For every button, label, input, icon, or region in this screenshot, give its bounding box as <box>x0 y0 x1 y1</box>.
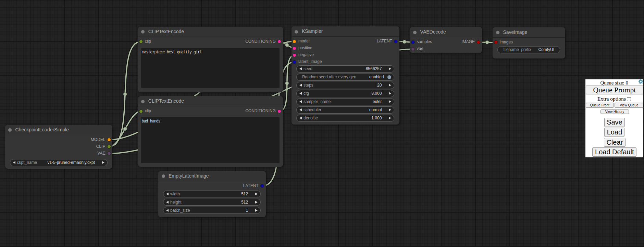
prompt-textarea[interactable] <box>141 117 280 163</box>
load-button[interactable]: Load <box>604 128 624 137</box>
node-checkpoint-loader[interactable]: CheckpointLoaderSimpleMODELCLIPVAEckpt_n… <box>5 125 113 169</box>
decrement-arrow-icon[interactable] <box>299 84 302 87</box>
widget-label: denoise <box>304 115 318 121</box>
increment-arrow-icon[interactable] <box>389 100 391 103</box>
node-collapse-dot-icon[interactable] <box>295 30 298 34</box>
widget-seed[interactable]: seed8566257 <box>296 65 395 73</box>
input-port-positive[interactable] <box>293 47 296 50</box>
input-port-latent_image[interactable] <box>293 60 296 64</box>
widget-filename_prefix[interactable]: filename_prefixComfyUI <box>497 46 560 53</box>
node-ksampler[interactable]: KSamplermodelpositivenegativelatent_imag… <box>292 26 399 125</box>
node-collapse-dot-icon[interactable] <box>162 174 165 178</box>
input-port-clip[interactable] <box>139 40 143 43</box>
widget-label: steps <box>304 82 313 89</box>
output-port-VAE[interactable] <box>107 152 111 155</box>
clear-button[interactable]: Clear <box>604 138 626 147</box>
output-label-CONDITIONING: CONDITIONING <box>245 108 276 113</box>
queue-front-button[interactable]: Queue Front <box>586 103 614 108</box>
node-collapse-dot-icon[interactable] <box>141 30 145 34</box>
decrement-arrow-icon[interactable] <box>299 92 302 95</box>
node-collapse-dot-icon[interactable] <box>141 100 145 103</box>
output-port-LATENT[interactable] <box>260 184 264 188</box>
widget-steps[interactable]: steps20 <box>296 82 395 89</box>
decrement-arrow-icon[interactable] <box>166 193 169 195</box>
input-port-images[interactable] <box>494 40 498 44</box>
decrement-arrow-icon[interactable] <box>299 100 302 103</box>
widget-random-seed-after-every-gen[interactable]: Random seed after every genenabled <box>296 74 395 81</box>
increment-arrow-icon[interactable] <box>389 67 391 70</box>
save-button[interactable]: Save <box>604 118 625 127</box>
widget-ckpt_name[interactable]: ckpt_namev1-5-pruned-emaonly.ckpt <box>10 159 108 166</box>
widget-cfg[interactable]: cfg8.000 <box>296 90 395 97</box>
node-title: SaveImage <box>503 27 527 37</box>
increment-arrow-icon[interactable] <box>255 193 258 195</box>
increment-arrow-icon[interactable] <box>389 84 391 87</box>
input-port-clip[interactable] <box>139 109 143 113</box>
widget-sampler_name[interactable]: sampler_nameeuler <box>296 98 395 105</box>
input-label-positive: positive <box>298 46 312 50</box>
widget-batch_size[interactable]: batch_size1 <box>163 207 261 214</box>
input-port-negative[interactable] <box>293 53 296 57</box>
decrement-arrow-icon[interactable] <box>13 161 15 164</box>
input-port-vae[interactable] <box>411 47 415 51</box>
widget-scheduler[interactable]: schedulernormal <box>296 106 395 114</box>
decrement-arrow-icon[interactable] <box>299 117 302 119</box>
increment-arrow-icon[interactable] <box>102 161 104 164</box>
node-title-bar[interactable]: CheckpointLoaderSimple <box>5 125 113 135</box>
node-empty-latent-image[interactable]: EmptyLatentImageLATENTwidth512height512b… <box>158 171 266 217</box>
link-ksampler-LATENT-to-vae-decode-samples-midpoint-dot[interactable] <box>403 40 406 43</box>
decrement-arrow-icon[interactable] <box>166 209 169 212</box>
link-checkpoint-loader-CLIP-to-clip-text-encode-positive-clip-midpoint-dot[interactable] <box>123 92 127 96</box>
increment-arrow-icon[interactable] <box>389 108 391 111</box>
widget-denoise[interactable]: denoise1.000 <box>296 115 395 122</box>
increment-arrow-icon[interactable] <box>255 201 258 204</box>
decrement-arrow-icon[interactable] <box>166 201 169 204</box>
settings-gear-button[interactable] <box>639 79 643 84</box>
node-collapse-dot-icon[interactable] <box>413 31 417 34</box>
input-label-images: images <box>499 40 513 44</box>
extra-options-checkbox[interactable] <box>627 97 631 102</box>
node-clip-text-encode-negative[interactable]: CLIPTextEncodeclipCONDITIONING <box>138 96 283 167</box>
output-port-CONDITIONING[interactable] <box>277 40 281 43</box>
prompt-textarea[interactable] <box>141 48 280 88</box>
output-port-LATENT[interactable] <box>394 40 398 43</box>
node-title-bar[interactable]: CLIPTextEncode <box>138 96 283 106</box>
node-title-bar[interactable]: CLIPTextEncode <box>138 27 283 37</box>
increment-arrow-icon[interactable] <box>389 92 391 95</box>
output-port-CLIP[interactable] <box>107 145 111 148</box>
output-port-IMAGE[interactable] <box>476 40 480 44</box>
input-port-samples[interactable] <box>411 40 415 44</box>
node-title-bar[interactable]: VAEDecode <box>410 27 482 37</box>
node-collapse-dot-icon[interactable] <box>8 128 12 132</box>
decrement-arrow-icon[interactable] <box>299 108 302 111</box>
node-title-bar[interactable]: EmptyLatentImage <box>158 171 266 181</box>
widget-width[interactable]: width512 <box>163 191 261 198</box>
link-clip-text-encode-positive-CONDITIONING-to-ksampler-positive-midpoint-dot[interactable] <box>285 43 289 47</box>
decrement-arrow-icon[interactable] <box>299 67 302 70</box>
increment-arrow-icon[interactable] <box>389 117 391 119</box>
node-clip-text-encode-positive[interactable]: CLIPTextEncodeclipCONDITIONING <box>138 27 283 93</box>
node-title-bar[interactable]: SaveImage <box>493 27 565 38</box>
queue-prompt-button[interactable]: Queue Prompt <box>586 86 643 95</box>
view-queue-button[interactable]: View Queue <box>615 103 643 108</box>
node-collapse-dot-icon[interactable] <box>496 31 499 34</box>
link-checkpoint-loader-CLIP-to-clip-text-encode-negative-clip-midpoint-dot[interactable] <box>123 127 127 131</box>
increment-arrow-icon[interactable] <box>255 209 258 212</box>
link-vae-decode-IMAGE-to-save-image-images-midpoint-dot[interactable] <box>485 40 489 44</box>
widget-label: height <box>170 199 182 206</box>
output-port-MODEL[interactable] <box>107 138 111 142</box>
node-save-image[interactable]: SaveImageimagesfilename_prefixComfyUI <box>493 27 565 58</box>
input-port-model[interactable] <box>293 40 296 43</box>
widget-label: sampler_name <box>304 99 331 105</box>
widget-label: batch_size <box>170 207 190 214</box>
widget-value: 512 <box>241 191 248 197</box>
toggle-on-dot[interactable] <box>387 75 391 79</box>
load-default-button[interactable]: Load Default <box>592 147 637 157</box>
node-title-bar[interactable]: KSampler <box>292 26 399 37</box>
widget-height[interactable]: height512 <box>163 199 261 206</box>
link-clip-text-encode-negative-CONDITIONING-to-ksampler-negative-midpoint-dot[interactable] <box>285 81 289 85</box>
view-history-button[interactable]: View History <box>600 109 629 114</box>
widget-label: ckpt_name <box>17 159 37 166</box>
output-port-CONDITIONING[interactable] <box>277 109 281 113</box>
node-vae-decode[interactable]: VAEDecodesamplesvaeIMAGE <box>410 27 482 53</box>
